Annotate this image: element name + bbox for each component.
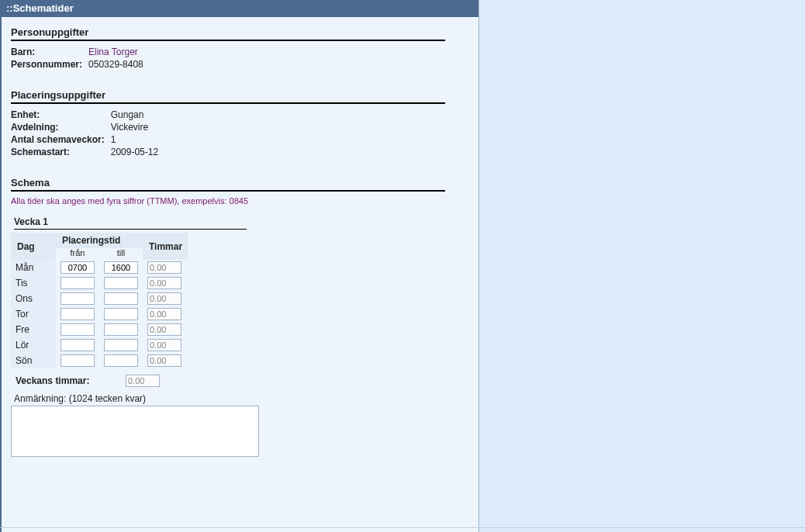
hours-output [147,339,181,351]
schema-hint: Alla tider ska anges med fyra siffror (T… [11,193,469,212]
table-row: Ons [11,291,188,306]
table-row: Fre [11,322,188,337]
placement-section-title: Placeringsuppgifter [11,89,445,104]
day-cell: Sön [11,353,56,368]
col-placeringstid: Placeringstid [56,233,143,248]
col-till: till [99,248,143,260]
panel-body: Personuppgifter Barn: Elina Torger Perso… [2,17,479,532]
schedule-table: Dag Placeringstid Timmar från till MånTi… [11,233,188,368]
person-section-title: Personuppgifter [11,26,445,41]
day-cell: Mån [11,260,56,275]
col-timmar: Timmar [143,233,188,260]
from-input[interactable] [60,261,95,274]
start-value: 2009-05-12 [111,146,161,158]
person-info-table: Barn: Elina Torger Personnummer: 050329-… [11,46,147,71]
table-row: Mån [11,260,188,275]
from-input[interactable] [60,339,95,351]
weeks-value: 1 [111,133,161,146]
till-input[interactable] [104,354,138,367]
note-label: Anmärkning: (1024 tecken kvar) [11,389,469,406]
avd-value: Vickevire [111,121,161,133]
right-empty-area [479,0,805,532]
table-row: Sön [11,353,188,368]
enhet-value: Gungan [111,109,161,121]
weeks-label: Antal schemaveckor: [11,133,111,146]
day-cell: Fre [11,322,56,337]
schedule-panel: ::Schematider Personuppgifter Barn: Elin… [0,0,479,532]
col-from: från [56,248,99,260]
schema-section-title: Schema [11,177,445,192]
hours-output [147,292,181,305]
enhet-label: Enhet: [11,109,111,121]
barn-value: Elina Torger [88,46,147,58]
day-cell: Tor [11,306,56,322]
avd-label: Avdelning: [11,121,111,133]
hours-output [147,308,181,320]
total-label: Veckans timmar: [11,371,121,389]
from-input[interactable] [60,308,95,320]
placement-info-table: Enhet: Gungan Avdelning: Vickevire Antal… [11,109,161,158]
table-row: Lör [11,337,188,353]
till-input[interactable] [104,261,138,274]
panel-title: ::Schematider [2,0,479,17]
week-label: Vecka 1 [14,216,247,230]
col-day: Dag [11,233,56,260]
pnr-value: 050329-8408 [88,58,147,71]
table-row: Tis [11,275,188,291]
day-cell: Ons [11,291,56,306]
day-cell: Lör [11,337,56,353]
barn-label: Barn: [11,46,88,58]
till-input[interactable] [104,323,138,336]
from-input[interactable] [60,323,95,336]
pnr-label: Personnummer: [11,58,88,71]
hours-output [147,277,181,289]
hours-output [147,323,181,336]
hours-output [147,354,181,367]
till-input[interactable] [104,277,138,289]
from-input[interactable] [60,292,95,305]
table-row: Tor [11,306,188,322]
till-input[interactable] [104,308,138,320]
till-input[interactable] [104,292,138,305]
note-textarea[interactable] [11,406,259,457]
from-input[interactable] [60,354,95,367]
hours-output [147,261,181,274]
till-input[interactable] [104,339,138,351]
total-hours [126,375,160,387]
from-input[interactable] [60,277,95,289]
start-label: Schemastart: [11,146,111,158]
day-cell: Tis [11,275,56,291]
